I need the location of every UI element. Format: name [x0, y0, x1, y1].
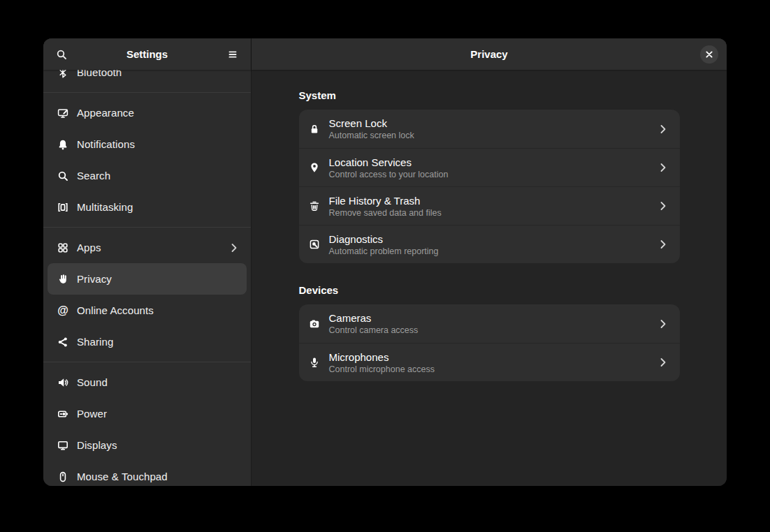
chevron-right-icon [658, 239, 669, 250]
chevron-right-icon [658, 318, 669, 330]
microphone-icon [309, 357, 320, 368]
sidebar-item-sharing[interactable]: Sharing [48, 326, 247, 357]
row-subtitle: Remove saved data and files [329, 208, 442, 218]
sidebar-item-mouse-touchpad[interactable]: Mouse & Touchpad [48, 461, 247, 486]
close-button[interactable] [700, 45, 718, 64]
trash-icon [309, 200, 320, 212]
search-icon [57, 170, 68, 182]
chevron-right-icon [658, 162, 669, 173]
sidebar-item-label: Search [77, 170, 110, 182]
search-button[interactable] [50, 43, 73, 66]
row-title: Cameras [329, 312, 419, 324]
sidebar-item-label: Power [77, 408, 107, 420]
mouse-icon [57, 471, 68, 482]
sidebar-item-label: Apps [77, 242, 101, 253]
sidebar-item-label: Notifications [77, 138, 135, 150]
display-icon [57, 440, 68, 451]
row-subtitle: Automatic screen lock [329, 131, 414, 140]
row-subtitle: Automatic problem reporting [329, 246, 439, 256]
sidebar-item-label: Privacy [77, 273, 112, 285]
sidebar-item-apps[interactable]: Apps [48, 232, 247, 263]
row-title: File History & Trash [329, 195, 442, 207]
settings-window: Settings BluetoothAppearanceNotification… [43, 38, 727, 486]
panel-header: Privacy [252, 38, 727, 70]
row-text: DiagnosticsAutomatic problem reporting [329, 233, 439, 256]
sidebar-item-bluetooth[interactable]: Bluetooth [48, 70, 247, 88]
sidebar-item-displays[interactable]: Displays [48, 429, 247, 461]
sidebar: Settings BluetoothAppearanceNotification… [43, 38, 252, 486]
desktop-background: Settings BluetoothAppearanceNotification… [0, 0, 770, 532]
privacy-panel: Privacy SystemScreen LockAutomatic scree… [252, 38, 727, 486]
row-diagnostics[interactable]: DiagnosticsAutomatic problem reporting [299, 225, 680, 263]
sidebar-item-label: Online Accounts [77, 304, 154, 316]
sidebar-item-privacy[interactable]: Privacy [48, 263, 247, 295]
row-title: Microphones [329, 351, 435, 363]
sidebar-title: Settings [43, 48, 251, 60]
location-pin-icon [309, 162, 320, 173]
sidebar-item-search[interactable]: Search [48, 160, 247, 191]
diagnostics-icon [309, 239, 320, 250]
row-microphones[interactable]: MicrophonesControl microphone access [299, 343, 680, 381]
settings-card: Screen LockAutomatic screen lockLocation… [299, 110, 680, 263]
row-location-services[interactable]: Location ServicesControl access to your … [299, 148, 680, 186]
sidebar-item-label: Appearance [77, 107, 134, 119]
at-sign-icon: @ [57, 305, 68, 316]
chevron-right-icon [658, 124, 669, 135]
sidebar-header: Settings [43, 38, 251, 70]
row-title: Diagnostics [329, 233, 439, 245]
row-file-history-trash[interactable]: File History & TrashRemove saved data an… [299, 186, 680, 225]
battery-icon [57, 408, 68, 420]
sidebar-item-appearance[interactable]: Appearance [48, 97, 247, 128]
section-heading: Devices [299, 284, 680, 296]
lock-icon [309, 124, 320, 135]
sidebar-divider [43, 362, 251, 362]
sidebar-item-notifications[interactable]: Notifications [48, 128, 247, 160]
row-cameras[interactable]: CamerasControl camera access [299, 304, 680, 343]
hamburger-icon [227, 49, 238, 60]
sidebar-item-label: Sound [77, 376, 108, 388]
row-screen-lock[interactable]: Screen LockAutomatic screen lock [299, 110, 680, 148]
row-text: Location ServicesControl access to your … [329, 156, 449, 179]
sidebar-item-label: Mouse & Touchpad [77, 471, 168, 482]
hand-icon [57, 274, 68, 285]
settings-card: CamerasControl camera accessMicrophonesC… [299, 304, 680, 381]
row-text: File History & TrashRemove saved data an… [329, 195, 442, 218]
appearance-icon [57, 108, 68, 119]
chevron-right-icon [658, 200, 669, 212]
search-icon [56, 49, 67, 60]
apps-grid-icon [57, 242, 68, 253]
settings-sections: SystemScreen LockAutomatic screen lockLo… [299, 89, 680, 381]
sidebar-divider [43, 92, 251, 93]
speaker-icon [57, 377, 68, 388]
share-icon [57, 337, 68, 348]
sidebar-item-label: Bluetooth [77, 70, 122, 78]
section-devices: DevicesCamerasControl camera accessMicro… [299, 284, 680, 381]
row-title: Screen Lock [329, 117, 414, 129]
sidebar-item-power[interactable]: Power [48, 398, 247, 429]
section-system: SystemScreen LockAutomatic screen lockLo… [299, 89, 680, 263]
sidebar-item-sound[interactable]: Sound [48, 367, 247, 398]
main-menu-button[interactable] [221, 43, 244, 66]
sidebar-item-online-accounts[interactable]: @Online Accounts [48, 295, 247, 326]
row-subtitle: Control access to your location [329, 170, 449, 179]
close-icon [704, 49, 715, 60]
multitasking-icon [57, 202, 68, 213]
camera-icon [309, 318, 320, 330]
sidebar-item-label: Multitasking [77, 201, 133, 213]
panel-content: SystemScreen LockAutomatic screen lockLo… [252, 70, 727, 486]
row-title: Location Services [329, 156, 449, 168]
panel-title: Privacy [252, 48, 727, 60]
sidebar-item-label: Sharing [77, 336, 113, 348]
section-heading: System [299, 89, 680, 101]
sidebar-nav: BluetoothAppearanceNotificationsSearchMu… [43, 70, 251, 486]
chevron-right-icon [658, 357, 669, 368]
row-subtitle: Control camera access [329, 325, 419, 335]
sidebar-divider [43, 227, 251, 228]
row-text: MicrophonesControl microphone access [329, 351, 435, 374]
bluetooth-icon [57, 70, 68, 78]
bell-icon [57, 139, 68, 150]
sidebar-item-label: Displays [77, 439, 117, 451]
row-subtitle: Control microphone access [329, 364, 435, 374]
sidebar-item-multitasking[interactable]: Multitasking [48, 191, 247, 223]
chevron-right-icon [228, 242, 240, 253]
